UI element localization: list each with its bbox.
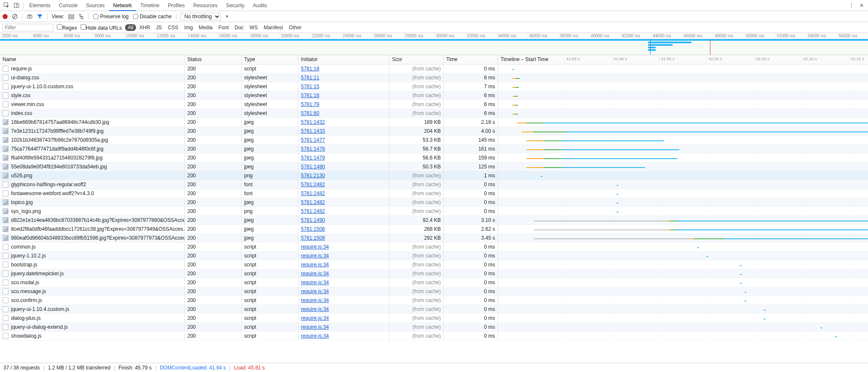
request-row[interactable]: index.css200stylesheet5781:80(from cache… — [0, 109, 868, 118]
regex-checkbox[interactable]: Regex — [57, 24, 77, 31]
request-row[interactable]: glyphicons-halflings-regular.woff2200fon… — [0, 180, 868, 189]
capture-icon[interactable] — [27, 14, 33, 20]
tab-elements[interactable]: Elements — [25, 0, 55, 11]
request-initiator[interactable]: require.js:34 — [298, 305, 389, 313]
request-row[interactable]: sco.confirm.js200scriptrequire.js:34(fro… — [0, 296, 868, 305]
request-row[interactable]: 55e08da9e0f34f9194e8018733da54eb.jpg200j… — [0, 162, 868, 171]
col-time[interactable]: Time — [444, 55, 498, 64]
request-initiator[interactable]: 5781:80 — [298, 109, 389, 117]
request-row[interactable]: common.js200scriptrequire.js:34(from cac… — [0, 243, 868, 252]
request-row[interactable]: fontawesome-webfont.woff2?v=4.3.0200font… — [0, 189, 868, 198]
request-row[interactable]: jquery-ui-dialog-extend.js200scriptrequi… — [0, 323, 868, 332]
more-icon[interactable]: ⋮ — [847, 1, 856, 10]
request-initiator[interactable]: 5781:2482 — [298, 198, 389, 207]
request-initiator[interactable]: 5781:18 — [298, 64, 389, 73]
col-status[interactable]: Status — [185, 55, 242, 64]
record-icon[interactable] — [3, 14, 8, 19]
request-row[interactable]: require.js200script5781:18(from cache)0 … — [0, 64, 868, 73]
request-initiator[interactable]: 5781:2482 — [298, 207, 389, 215]
filter-chip-ws[interactable]: WS — [247, 24, 260, 31]
request-initiator[interactable]: 5781:1508 — [298, 234, 389, 242]
request-initiator[interactable]: require.js:34 — [298, 287, 389, 296]
request-row[interactable]: 980eaf0d96604b348933bcc89fb51598.jpg?Exp… — [0, 234, 868, 243]
request-initiator[interactable]: require.js:34 — [298, 252, 389, 260]
request-initiator[interactable]: require.js:34 — [298, 269, 389, 278]
request-row[interactable]: sco.modal.js200scriptrequire.js:34(from … — [0, 278, 868, 287]
col-size[interactable]: Size — [389, 55, 444, 64]
request-initiator[interactable]: require.js:34 — [298, 296, 389, 305]
request-initiator[interactable]: require.js:34 — [298, 243, 389, 251]
request-initiator[interactable]: 5781:1432 — [298, 118, 389, 126]
request-row[interactable]: 8ced2f8a0dfb46faadddbcc17261cc38.jpg?Exp… — [0, 225, 868, 234]
request-initiator[interactable]: 5781:1477 — [298, 136, 389, 144]
request-row[interactable]: bootstrap.js200scriptrequire.js:34(from … — [0, 260, 868, 269]
waterfall-view-icon[interactable] — [78, 14, 84, 20]
filter-chip-media[interactable]: Media — [196, 24, 215, 31]
clear-icon[interactable] — [12, 14, 18, 20]
filter-chip-font[interactable]: Font — [216, 24, 231, 31]
throttling-select[interactable]: No throttling — [181, 13, 221, 20]
tab-network[interactable]: Network — [109, 0, 136, 11]
col-name[interactable]: Name — [0, 55, 185, 64]
col-waterfall[interactable]: Timeline – Start Time 41.85 s41.90 s41.9… — [498, 55, 868, 64]
tab-resources[interactable]: Resources — [189, 0, 222, 11]
request-row[interactable]: jquery-ui-1.10.0.custom.css200stylesheet… — [0, 82, 868, 91]
large-rows-icon[interactable] — [68, 14, 74, 20]
request-row[interactable]: f6af40f8fe594331a2715480328279f8.jpg200j… — [0, 154, 868, 162]
request-row[interactable]: style.css200stylesheet5781:16(from cache… — [0, 91, 868, 100]
request-row[interactable]: 102b1b346387437fb98c2e7870d9305a.jpg200j… — [0, 136, 868, 145]
filter-chip-other[interactable]: Other — [287, 24, 304, 31]
request-row[interactable]: d822e1e1c4ea4836bc87033687b14c4b.jpg?Exp… — [0, 216, 868, 225]
request-initiator[interactable]: 5781:1490 — [298, 216, 389, 224]
request-row[interactable]: 7e3e1231c17247b99fffed7e38b749f9.jpg200j… — [0, 127, 868, 136]
filter-input[interactable] — [3, 24, 53, 31]
request-row[interactable]: jquery-1.10.2.js200scriptrequire.js:34(f… — [0, 252, 868, 260]
request-initiator[interactable]: require.js:34 — [298, 323, 389, 331]
request-row[interactable]: topico.jpg200jpeg5781:2482(from cache)0 … — [0, 198, 868, 207]
table-header[interactable]: Name Status Type Initiator Size Time Tim… — [0, 55, 868, 64]
dropdown-icon[interactable]: ▼ — [225, 14, 229, 19]
filter-chip-js[interactable]: JS — [153, 24, 164, 31]
request-initiator[interactable]: 5781:15 — [298, 82, 389, 91]
request-row[interactable]: dialog-plus.js200scriptrequire.js:34(fro… — [0, 314, 868, 323]
filter-chip-manifest[interactable]: Manifest — [261, 24, 285, 31]
tab-audits[interactable]: Audits — [249, 0, 271, 11]
filter-chip-img[interactable]: Img — [182, 24, 195, 31]
request-initiator[interactable]: 5781:11 — [298, 73, 389, 82]
filter-icon[interactable] — [37, 14, 43, 20]
filter-chip-xhr[interactable]: XHR — [137, 24, 153, 31]
filter-chip-doc[interactable]: Doc — [232, 24, 246, 31]
request-row[interactable]: jquery-ui-1.10.4.custom.js200scriptrequi… — [0, 305, 868, 314]
request-initiator[interactable]: require.js:34 — [298, 278, 389, 287]
request-initiator[interactable]: 5781:2482 — [298, 180, 389, 189]
request-initiator[interactable]: require.js:34 — [298, 332, 389, 340]
request-row[interactable]: jquery.datetimepicker.js200scriptrequire… — [0, 269, 868, 278]
tab-console[interactable]: Console — [55, 0, 82, 11]
request-initiator[interactable]: 5781:16 — [298, 91, 389, 100]
device-icon[interactable] — [12, 1, 21, 10]
tab-security[interactable]: Security — [222, 0, 248, 11]
request-row[interactable]: sys_logo.png200png5781:2482(from cache)0… — [0, 207, 868, 216]
preserve-log-checkbox[interactable]: Preserve log — [93, 14, 128, 20]
disable-cache-checkbox[interactable]: Disable cache — [133, 14, 172, 20]
request-initiator[interactable]: 5781:2130 — [298, 171, 389, 180]
request-row[interactable]: 75ca77644f77471da9f9add4b46f0c6f.jpg200j… — [0, 145, 868, 154]
request-row[interactable]: viewer.min.css200stylesheet5781:79(from … — [0, 100, 868, 109]
request-row[interactable]: ui-dialog.css200stylesheet5781:11(from c… — [0, 73, 868, 82]
request-initiator[interactable]: 5781:79 — [298, 100, 389, 109]
inspect-icon[interactable] — [2, 1, 11, 10]
tab-profiles[interactable]: Profiles — [164, 0, 189, 11]
request-initiator[interactable]: 5781:1480 — [298, 162, 389, 171]
filter-chip-css[interactable]: CSS — [165, 24, 181, 31]
request-row[interactable]: sco.message.js200scriptrequire.js:34(fro… — [0, 287, 868, 296]
tab-timeline[interactable]: Timeline — [136, 0, 164, 11]
request-initiator[interactable]: 5781:2482 — [298, 189, 389, 198]
tab-sources[interactable]: Sources — [82, 0, 109, 11]
request-row[interactable]: 16be669b67814757aa86948c744cdb30.jpg200j… — [0, 118, 868, 127]
col-type[interactable]: Type — [242, 55, 298, 64]
close-icon[interactable]: ✕ — [857, 1, 866, 10]
filter-chip-all[interactable]: All — [125, 24, 136, 31]
overview[interactable]: 2000 ms4000 ms6000 ms8000 ms10000 ms1200… — [0, 33, 868, 55]
request-initiator[interactable]: 5781:1433 — [298, 127, 389, 135]
hide-data-urls-checkbox[interactable]: Hide data URLs — [81, 24, 122, 31]
